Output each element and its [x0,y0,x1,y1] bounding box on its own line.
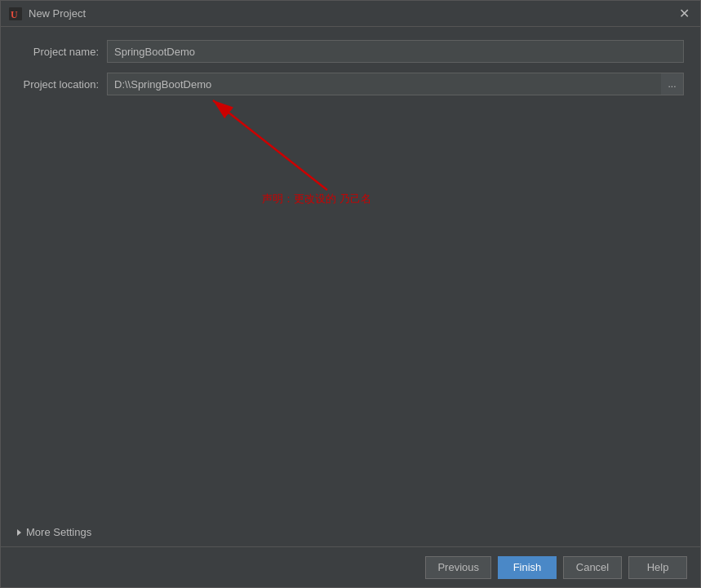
help-button[interactable]: Help [628,556,687,579]
annotation-arrow [164,76,393,206]
project-location-label: Project location: [17,78,107,91]
finish-button[interactable]: Finish [498,556,557,579]
new-project-dialog: U New Project ✕ Project name: Project lo… [0,0,701,588]
window-title: New Project [29,7,676,20]
project-location-input[interactable] [107,73,661,95]
svg-line-3 [213,100,327,190]
arrow-container: 声明：更改设的 乃己名 [164,76,393,206]
dialog-content: Project name: Project location: ... [1,27,700,546]
project-location-wrapper: ... [107,73,684,95]
more-settings-triangle [17,529,21,536]
app-icon: U [9,7,22,20]
project-name-row: Project name: [17,40,684,63]
project-name-input[interactable] [107,40,684,63]
project-location-row: Project location: ... [17,73,684,95]
annotation-area: 声明：更改设的 乃己名 [164,76,393,206]
dialog-footer: Previous Finish Cancel Help [1,546,700,587]
svg-text:U: U [11,9,18,20]
more-settings-label: More Settings [26,526,91,538]
browse-button[interactable]: ... [661,73,684,95]
cancel-button[interactable]: Cancel [563,556,622,579]
project-name-label: Project name: [17,46,107,58]
more-settings[interactable]: More Settings [17,526,91,538]
previous-button[interactable]: Previous [425,556,491,579]
annotation-text: 声明：更改设的 乃己名 [262,192,371,206]
close-button[interactable]: ✕ [676,6,692,22]
title-bar: U New Project ✕ [1,1,700,27]
